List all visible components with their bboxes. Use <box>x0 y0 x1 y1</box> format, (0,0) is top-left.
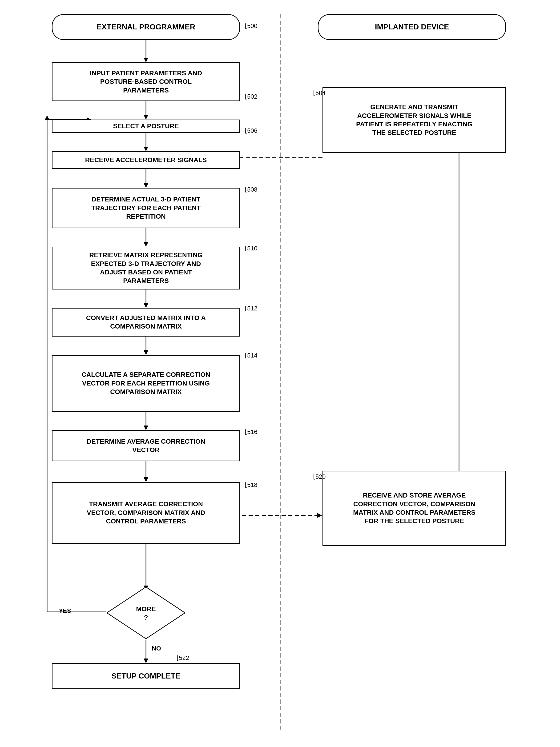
svg-marker-12 <box>144 303 148 308</box>
implanted-device-box: IMPLANTED DEVICE <box>318 14 506 40</box>
svg-marker-10 <box>144 242 148 247</box>
transmit-avg-box: TRANSMIT AVERAGE CORRECTIONVECTOR, COMPA… <box>52 482 240 544</box>
svg-marker-18 <box>144 477 148 482</box>
input-params-box: INPUT PATIENT PARAMETERS ANDPOSTURE-BASE… <box>52 62 240 101</box>
ref-510: ⌊510 <box>245 245 257 252</box>
ref-508: ⌊508 <box>245 186 257 193</box>
svg-marker-31 <box>45 115 49 120</box>
yes-label: YES <box>59 607 71 615</box>
gen-transmit-box: GENERATE AND TRANSMITACCELEROMETER SIGNA… <box>323 87 506 153</box>
ref-518: ⌊518 <box>245 481 257 489</box>
determine-3d-box: DETERMINE ACTUAL 3-D PATIENTTRAJECTORY F… <box>52 188 240 228</box>
convert-matrix-box: CONVERT ADJUSTED MATRIX INTO ACOMPARISON… <box>52 308 240 337</box>
receive-store-box: RECEIVE AND STORE AVERAGECORRECTION VECT… <box>323 471 506 546</box>
svg-marker-20 <box>317 513 322 518</box>
svg-marker-16 <box>144 426 148 430</box>
svg-marker-6 <box>144 147 148 151</box>
ref-514: ⌊514 <box>245 352 257 359</box>
ref-520: ⌊520 <box>313 473 326 480</box>
ref-516: ⌊516 <box>245 428 257 436</box>
setup-complete-box: SETUP COMPLETE <box>52 663 240 689</box>
det-avg-box: DETERMINE AVERAGE CORRECTIONVECTOR <box>52 430 240 461</box>
more-diamond-label: MORE? <box>136 605 156 622</box>
receive-accel-box: RECEIVE ACCELEROMETER SIGNALS <box>52 151 240 169</box>
select-posture-box: SELECT A POSTURE <box>52 120 240 133</box>
ref-506: ⌊506 <box>245 127 257 134</box>
diagram-container: EXTERNAL PROGRAMMER ⌊500 IMPLANTED DEVIC… <box>0 0 560 747</box>
external-programmer-box: EXTERNAL PROGRAMMER <box>52 14 240 40</box>
svg-marker-2 <box>144 58 148 62</box>
retrieve-matrix-box: RETRIEVE MATRIX REPRESENTINGEXPECTED 3-D… <box>52 247 240 289</box>
ref-522: ⌊522 <box>177 654 189 662</box>
svg-marker-4 <box>144 115 148 120</box>
svg-marker-35 <box>144 659 148 663</box>
svg-marker-8 <box>144 183 148 188</box>
ref-502: ⌊502 <box>245 93 257 100</box>
svg-marker-14 <box>144 350 148 355</box>
no-label: NO <box>152 645 161 652</box>
ref-504: ⌊504 <box>313 89 326 97</box>
ref-512: ⌊512 <box>245 305 257 312</box>
ref-500: ⌊500 <box>245 22 257 30</box>
more-diamond-wrapper: MORE? <box>106 586 186 641</box>
calc-correction-box: CALCULATE A SEPARATE CORRECTIONVECTOR FO… <box>52 355 240 412</box>
